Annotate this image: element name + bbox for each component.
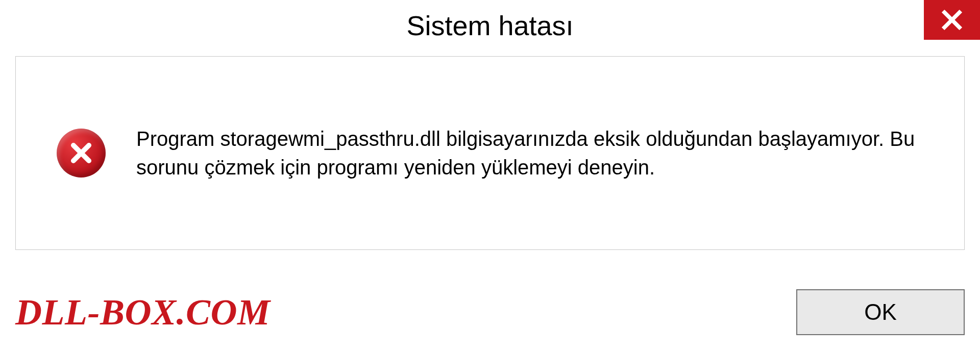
dialog-footer: DLL-BOX.COM OK — [15, 287, 965, 338]
dialog-message: Program storagewmi_passthru.dll bilgisay… — [136, 124, 928, 182]
message-panel: Program storagewmi_passthru.dll bilgisay… — [15, 56, 965, 250]
error-icon — [57, 129, 106, 178]
close-icon — [941, 9, 963, 31]
title-bar: Sistem hatası — [0, 0, 980, 46]
close-button[interactable] — [924, 0, 980, 40]
dialog-title: Sistem hatası — [406, 10, 573, 41]
error-x-icon — [68, 140, 94, 166]
watermark-text: DLL-BOX.COM — [15, 291, 271, 334]
ok-button[interactable]: OK — [796, 289, 965, 335]
